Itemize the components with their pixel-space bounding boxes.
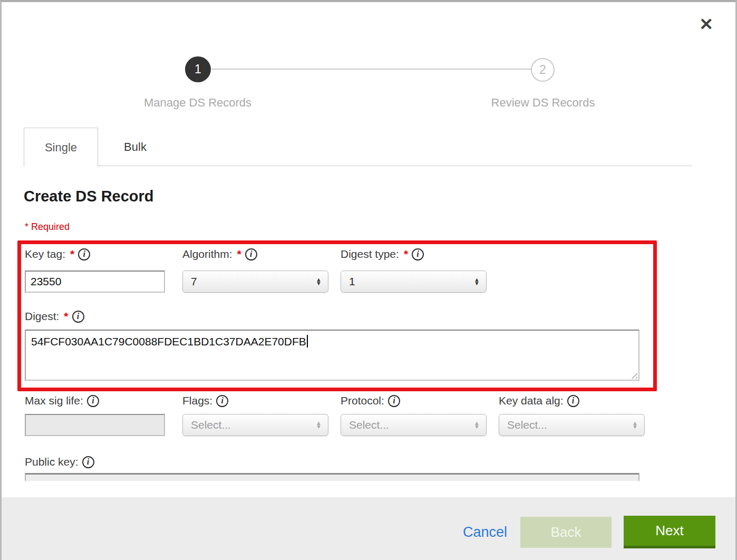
text-cursor	[307, 335, 308, 347]
step-1-label: Manage DS Records	[119, 96, 277, 110]
step-2-number: 2	[539, 63, 546, 77]
close-icon[interactable]: ✕	[699, 16, 713, 33]
public-key-textarea[interactable]	[25, 473, 639, 481]
required-asterisk: *	[63, 310, 68, 323]
next-button[interactable]: Next	[624, 516, 715, 548]
tab-single[interactable]: Single	[24, 128, 98, 167]
info-icon[interactable]: i	[78, 248, 90, 260]
key-tag-label: Key tag: * i	[25, 248, 90, 260]
info-icon[interactable]: i	[82, 456, 94, 468]
info-icon[interactable]: i	[412, 248, 424, 260]
digest-label: Digest: * i	[25, 310, 84, 323]
select-spinner-icon: ▲▼	[632, 421, 638, 429]
required-asterisk: *	[236, 248, 241, 260]
select-spinner-icon: ▲▼	[316, 421, 322, 429]
max-sig-life-input[interactable]	[25, 414, 165, 436]
algorithm-label: Algorithm: * i	[182, 248, 257, 260]
flags-label: Flags: i	[182, 394, 228, 407]
stepper-connector-line	[211, 69, 532, 70]
protocol-label: Protocol: i	[341, 394, 400, 407]
digest-type-label: Digest type: * i	[341, 248, 424, 260]
protocol-select[interactable]: Select... ▲▼	[341, 414, 487, 436]
info-icon[interactable]: i	[87, 395, 99, 407]
back-button[interactable]: Back	[520, 517, 612, 548]
key-data-alg-label: Key data alg: i	[499, 394, 579, 407]
required-asterisk: *	[69, 248, 74, 260]
key-tag-input[interactable]: 23550	[25, 271, 165, 293]
algorithm-select[interactable]: 7 ▲▼	[182, 271, 328, 293]
info-icon[interactable]: i	[245, 248, 257, 260]
tab-bulk[interactable]: Bulk	[98, 128, 172, 167]
select-spinner-icon: ▲▼	[474, 421, 480, 429]
info-icon[interactable]: i	[388, 395, 400, 407]
required-asterisk: *	[403, 248, 408, 260]
select-spinner-icon: ▲▼	[474, 278, 480, 285]
flags-select[interactable]: Select... ▲▼	[182, 414, 328, 436]
cancel-button[interactable]: Cancel	[463, 524, 507, 540]
step-1-circle: 1	[185, 56, 211, 82]
key-data-alg-select[interactable]: Select... ▲▼	[499, 414, 645, 436]
info-icon[interactable]: i	[567, 395, 579, 407]
info-icon[interactable]: i	[216, 395, 228, 407]
max-sig-life-label: Max sig life: i	[25, 394, 99, 407]
resize-handle-icon[interactable]	[629, 371, 637, 379]
public-key-label: Public key: i	[25, 456, 94, 468]
required-note: * Required	[25, 221, 70, 233]
digest-textarea[interactable]: 54FCF030AA1C79C0088FDEC1BD1C37DAA2E70DFB	[25, 330, 639, 381]
step-1-number: 1	[195, 62, 201, 76]
create-ds-record-modal: ✕ 1 2 Manage DS Records Review DS Record…	[0, 0, 737, 560]
step-2-label: Review DS Records	[464, 96, 622, 110]
digest-type-select[interactable]: 1 ▲▼	[341, 271, 487, 293]
step-2-circle: 2	[531, 58, 555, 82]
info-icon[interactable]: i	[72, 311, 84, 323]
select-spinner-icon: ▲▼	[316, 278, 322, 285]
page-title: Create DS Record	[24, 188, 154, 205]
